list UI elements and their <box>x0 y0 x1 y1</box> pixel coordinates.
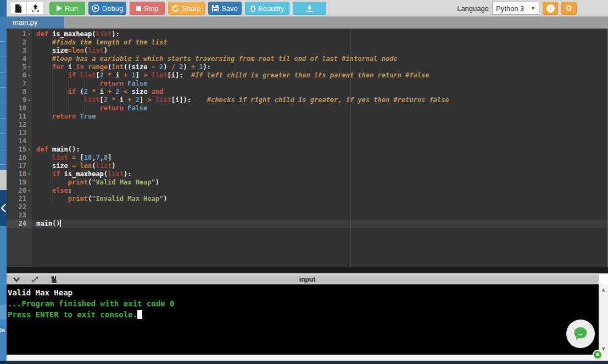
code-line[interactable]: if (2 * i + 2 < size and <box>32 88 607 96</box>
chevron-down-icon: ▼ <box>531 5 536 11</box>
code-line[interactable]: return False <box>32 80 607 88</box>
left-strip-segment <box>0 305 7 320</box>
cookie-settings-badge[interactable]: ✱ <box>593 350 603 360</box>
code-line[interactable]: if is_maxheap(list): <box>32 170 607 178</box>
stop-button[interactable]: Stop <box>130 2 165 15</box>
bottom-bar <box>0 361 608 364</box>
debug-label: Debug <box>102 4 123 13</box>
code-line[interactable] <box>32 203 607 211</box>
left-strip-segment <box>0 0 7 16</box>
console-line: ...Program finished with exit code 0 <box>8 298 599 309</box>
download-icon <box>306 5 313 12</box>
code-line[interactable]: size = len(list) <box>32 162 607 170</box>
fold-arrow[interactable]: ▾ <box>26 145 32 154</box>
code-line[interactable]: #loop has a variable i which starts trav… <box>32 55 607 63</box>
save-button[interactable]: Save <box>208 2 242 15</box>
gear-icon: ⚙ <box>565 4 572 13</box>
code-line[interactable]: return True <box>32 113 607 121</box>
info-button[interactable]: i <box>543 2 558 15</box>
fold-arrow <box>26 121 32 129</box>
code-line[interactable]: def is_maxheap(list): <box>32 30 607 38</box>
console-output[interactable]: Valid Max Heap...Program finished with e… <box>7 284 599 355</box>
debug-button[interactable]: Debug <box>88 2 126 15</box>
settings-button[interactable]: ⚙ <box>561 2 577 15</box>
fold-arrow[interactable]: ▾ <box>26 63 32 71</box>
tab-main-py[interactable]: main.py <box>7 16 64 29</box>
gutter-line-number: 17 <box>7 162 32 170</box>
console-title: input <box>7 276 608 283</box>
beautify-button[interactable]: {} Beautify <box>245 2 289 15</box>
beautify-label: Beautify <box>258 4 284 13</box>
fold-arrow <box>26 88 32 96</box>
debug-icon <box>92 4 99 12</box>
code-line[interactable] <box>32 211 607 220</box>
language-select[interactable]: Python 3 ▼ <box>492 2 539 15</box>
code-line[interactable]: print("Invalid Max Heap") <box>32 195 607 203</box>
gutter-line-number: 21 <box>7 195 32 203</box>
chat-bubble-icon <box>572 326 589 342</box>
fold-arrow[interactable]: ▾ <box>26 71 32 80</box>
code-line[interactable]: list[2 * i + 2] > list[i]): #checks if r… <box>32 96 607 104</box>
text-cursor <box>60 220 61 227</box>
file-button-group <box>10 2 44 15</box>
gutter-line-number: 3 <box>7 47 32 55</box>
editor-gutter: 1▾2345▾6▾789▾101112131415▾161718▾1920▾21… <box>7 29 32 267</box>
gutter-line-number: 5▾ <box>7 63 32 71</box>
code-line[interactable]: def main(): <box>32 145 607 154</box>
share-label: Share <box>182 4 201 13</box>
console-line: Press ENTER to exit console. <box>8 309 599 320</box>
fold-arrow[interactable]: ▾ <box>26 170 32 178</box>
fold-arrow <box>26 38 32 47</box>
console-cursor <box>137 310 142 319</box>
code-editor[interactable]: 1▾2345▾6▾789▾101112131415▾161718▾1920▾21… <box>7 29 608 267</box>
language-label: Language <box>457 4 489 13</box>
download-button[interactable] <box>293 2 326 15</box>
collapse-panel-icon <box>1 204 6 212</box>
gutter-line-number: 19 <box>7 178 32 187</box>
fold-arrow <box>26 55 32 63</box>
new-file-button[interactable] <box>10 2 27 15</box>
code-line[interactable]: for i in range(int((size - 2) / 2) + 1): <box>32 63 607 71</box>
code-line[interactable]: list = [10,7,8] <box>32 154 607 162</box>
code-line[interactable] <box>32 121 607 129</box>
fold-arrow <box>26 113 32 121</box>
code-line[interactable]: main() <box>32 220 607 228</box>
chat-widget-button[interactable] <box>566 320 595 348</box>
gutter-line-number: 4 <box>7 55 32 63</box>
share-button[interactable]: Share <box>168 2 205 15</box>
fold-arrow[interactable]: ▾ <box>26 187 32 195</box>
online-ide-window: ls Run Debug Stop Share <box>0 0 608 364</box>
fold-arrow <box>26 129 32 137</box>
fold-arrow <box>26 104 32 113</box>
gutter-line-number: 1▾ <box>7 30 32 38</box>
gutter-line-number: 11 <box>7 113 32 121</box>
upload-button[interactable] <box>27 2 44 15</box>
code-line[interactable]: if list[2 * i + 1] > list[i]: #If left c… <box>32 71 607 80</box>
gutter-line-number: 2 <box>7 38 32 47</box>
fold-arrow <box>26 154 32 162</box>
code-line[interactable]: else: <box>32 187 607 195</box>
code-line[interactable]: print("Valid Max Heap") <box>32 178 607 187</box>
code-line[interactable] <box>32 137 607 145</box>
left-strip-partial-label: ls <box>0 327 5 333</box>
gutter-line-number: 12 <box>7 121 32 129</box>
editor-code[interactable]: def is_maxheap(list): #finds the length … <box>32 30 607 228</box>
sidebar-collapse-handle[interactable] <box>0 190 7 226</box>
code-line[interactable]: #finds the length of the list <box>32 38 607 47</box>
tab-filename: main.py <box>13 18 38 26</box>
scroll-up-arrow[interactable]: ▲ <box>599 285 608 294</box>
language-value: Python 3 <box>496 4 524 13</box>
code-line[interactable] <box>32 129 607 137</box>
run-label: Run <box>65 4 78 13</box>
fold-arrow <box>26 137 32 145</box>
left-strip-segment-lines <box>0 26 7 170</box>
run-button[interactable]: Run <box>49 2 85 15</box>
asterisk-icon: ✱ <box>595 352 600 357</box>
braces-icon: {} <box>250 4 255 12</box>
console-scrollbar[interactable]: ▲ ▼ <box>599 284 608 355</box>
code-line[interactable]: return False <box>32 104 607 113</box>
fold-arrow[interactable]: ▾ <box>26 96 32 104</box>
gutter-line-number: 20▾ <box>7 187 32 195</box>
code-line[interactable]: size=len(list) <box>32 47 607 55</box>
fold-arrow[interactable]: ▾ <box>26 30 32 38</box>
